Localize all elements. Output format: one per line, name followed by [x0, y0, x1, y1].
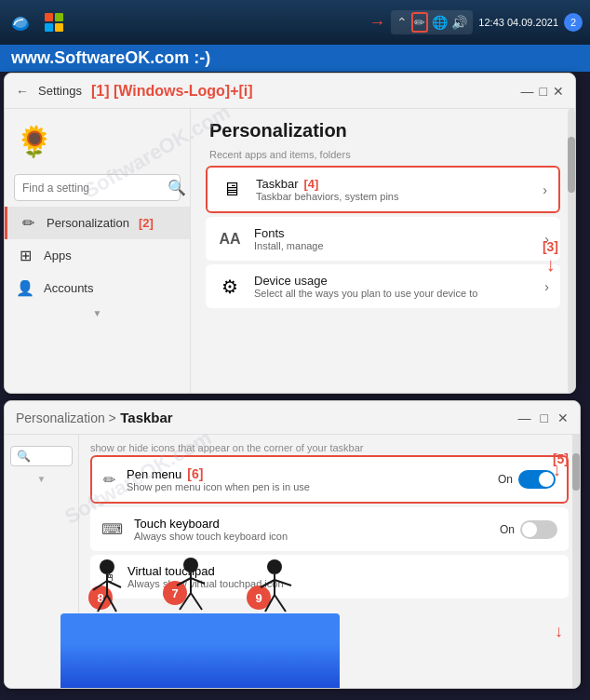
- fonts-item-title: Fonts: [254, 226, 544, 240]
- search-icon: 🔍: [168, 179, 186, 196]
- maximize-button[interactable]: □: [540, 84, 547, 99]
- sidebar-item-accounts[interactable]: 👤 Accounts: [5, 272, 190, 304]
- svg-line-8: [93, 581, 107, 590]
- sidebar-header: 🌻: [5, 116, 190, 168]
- svg-line-9: [107, 581, 121, 587]
- touch-keyboard-title: Touch keyboard: [134, 517, 500, 531]
- taskbar-win-title: Taskbar: [120, 410, 172, 425]
- sidebar-item-apps[interactable]: ⊞ Apps: [5, 239, 190, 272]
- device-usage-icon: ⚙: [217, 276, 243, 298]
- taskbar-win-controls: — □ ✕: [518, 411, 569, 425]
- scroll-down-1[interactable]: ▼: [5, 304, 190, 322]
- pen-menu-text: Pen menu [6] Show pen menu icon when pen…: [127, 466, 498, 492]
- settings-sidebar: 🌻 🔍 ✏ Personalization [2] ⊞ Apps 👤 Accou…: [5, 109, 191, 393]
- taskbar-settings-item[interactable]: 🖥 Taskbar [4] Taskbar behaviors, system …: [206, 166, 560, 213]
- edge-icon[interactable]: [7, 9, 34, 35]
- search-input[interactable]: [22, 182, 162, 195]
- titlebar-left: ← Settings [1] [Windows-Logo]+[i]: [16, 83, 253, 100]
- fonts-settings-item[interactable]: AA Fonts Install, manage ›: [206, 217, 560, 261]
- chevron-up-icon[interactable]: ⌃: [396, 15, 408, 30]
- volume-icon[interactable]: 🔊: [451, 15, 467, 30]
- sidebar-item-personalization[interactable]: ✏ Personalization [2]: [5, 207, 190, 239]
- svg-line-22: [265, 595, 275, 612]
- tw-search-icon: 🔍: [17, 450, 31, 463]
- pen-menu-title: Pen menu: [127, 467, 181, 481]
- taskbar-right: → ⌃ ✏ 🌐 🔊 12:43 04.09.2021 2: [369, 10, 583, 34]
- tw-scrollbar[interactable]: [572, 435, 580, 688]
- tw-scrollbar-thumb: [572, 453, 580, 491]
- back-button[interactable]: ←: [16, 84, 29, 99]
- taskbar-item-desc: Taskbar behaviors, system pins: [256, 191, 543, 202]
- svg-line-15: [191, 578, 205, 584]
- touch-toggle-label: On: [500, 523, 515, 536]
- recent-text: Recent apps and items, folders: [191, 149, 575, 166]
- touch-toggle-switch[interactable]: .toggle-switch[data-name="touch-toggle-s…: [520, 520, 557, 539]
- tw-close-button[interactable]: ✕: [557, 411, 569, 425]
- pen-tray-icon[interactable]: ✏: [411, 12, 428, 33]
- scrollbar-1[interactable]: [568, 109, 575, 393]
- shortcut-label: [1] [Windows-Logo]+[i]: [91, 83, 253, 100]
- svg-line-10: [98, 595, 107, 612]
- globe-icon[interactable]: 🌐: [432, 15, 448, 30]
- device-usage-text: Device usage Select all the ways you pla…: [254, 274, 544, 299]
- taskbar-chevron-icon: ›: [543, 182, 547, 197]
- personalization-title: Personalization: [191, 109, 575, 149]
- svg-line-17: [191, 593, 202, 610]
- svg-line-23: [275, 595, 286, 612]
- system-clock[interactable]: 12:43 04.09.2021: [478, 16, 558, 29]
- website-banner: www.SoftwareOK.com :-): [0, 45, 590, 72]
- pen-toggle-label: On: [498, 473, 513, 486]
- breadcrumb-personalization: Personalization >: [16, 411, 116, 425]
- minimize-button[interactable]: —: [521, 84, 534, 99]
- tw-maximize-button[interactable]: □: [541, 411, 548, 425]
- svg-point-18: [267, 559, 282, 574]
- tw-search[interactable]: 🔍: [10, 446, 73, 466]
- system-taskbar: → ⌃ ✏ 🌐 🔊 12:43 04.09.2021 2: [0, 0, 590, 45]
- sidebar-item-apps-label: Apps: [44, 249, 72, 262]
- tw-sidebar-scroll-down[interactable]: ▼: [5, 470, 78, 488]
- svg-rect-5: [55, 23, 63, 32]
- pen-menu-badge: [6]: [187, 466, 203, 481]
- sidebar-item-label: Personalization: [47, 216, 129, 230]
- tw-minimize-button[interactable]: —: [518, 411, 531, 425]
- svg-point-12: [183, 558, 198, 572]
- svg-line-21: [275, 580, 291, 586]
- search-box[interactable]: 🔍: [14, 174, 181, 201]
- fonts-item-text: Fonts Install, manage: [254, 226, 544, 251]
- taskbar-item-text: Taskbar [4] Taskbar behaviors, system pi…: [256, 177, 543, 202]
- touch-keyboard-text: Touch keyboard Always show touch keyboar…: [134, 517, 500, 542]
- sunflower-icon: 🌻: [16, 124, 53, 161]
- settings-items-list: 🖥 Taskbar [4] Taskbar behaviors, system …: [191, 166, 575, 308]
- fonts-item-desc: Install, manage: [254, 240, 544, 251]
- taskbar-left: [7, 9, 67, 35]
- arrow-3: ↓: [545, 254, 555, 276]
- pen-toggle-switch[interactable]: [518, 470, 556, 489]
- pen-menu-item[interactable]: ✏ Pen menu [6] Show pen menu icon when p…: [90, 455, 569, 504]
- taskbar-settings-window: Personalization > Taskbar — □ ✕ 🔍 ▼ show…: [4, 400, 581, 689]
- settings-window-1: ← Settings [1] [Windows-Logo]+[i] — □ ✕ …: [4, 73, 576, 394]
- device-usage-settings-item[interactable]: ⚙ Device usage Select all the ways you p…: [206, 264, 560, 308]
- close-button[interactable]: ✕: [553, 84, 564, 99]
- store-icon[interactable]: [41, 9, 67, 35]
- pen-menu-icon: ✏: [103, 471, 115, 489]
- settings-body: 🌻 🔍 ✏ Personalization [2] ⊞ Apps 👤 Accou…: [5, 109, 575, 393]
- taskbar-win-titlebar: Personalization > Taskbar — □ ✕: [5, 401, 580, 435]
- touch-toggle-container: On .toggle-switch[data-name="touch-toggl…: [500, 520, 557, 539]
- device-usage-desc: Select all the ways you plan to use your…: [254, 288, 544, 299]
- apps-icon: ⊞: [16, 247, 34, 264]
- touch-keyboard-desc: Always show touch keyboard icon: [134, 531, 500, 542]
- pen-toggle-container: On: [498, 470, 556, 489]
- device-chevron-icon: ›: [544, 279, 549, 294]
- taskbar-win-breadcrumb-title: Personalization > Taskbar: [16, 410, 173, 426]
- personalization-icon: ✏: [19, 214, 37, 232]
- sidebar-badge-2: [2]: [139, 216, 154, 230]
- svg-line-20: [261, 580, 275, 587]
- sidebar-item-accounts-label: Accounts: [44, 281, 93, 295]
- touch-keyboard-item[interactable]: ⌨ Touch keyboard Always show touch keybo…: [90, 507, 569, 551]
- notification-badge[interactable]: 2: [564, 13, 583, 32]
- tw-subtitle: show or hide icons that appear on the co…: [90, 435, 569, 455]
- svg-rect-3: [55, 13, 63, 21]
- svg-rect-4: [45, 23, 53, 32]
- fonts-item-icon: AA: [217, 231, 243, 248]
- svg-line-14: [177, 578, 191, 586]
